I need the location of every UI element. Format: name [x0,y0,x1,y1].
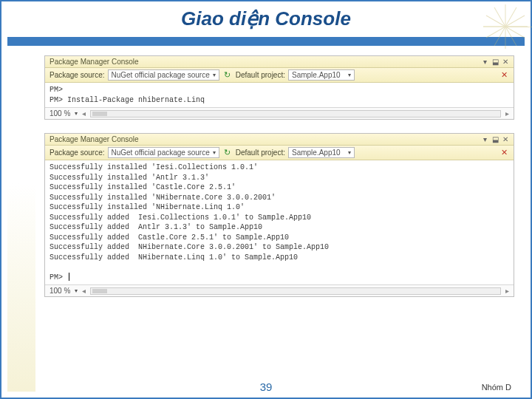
default-project-dropdown[interactable]: Sample.App10▾ [288,69,355,81]
package-source-dropdown[interactable]: NuGet official package source▾ [108,147,219,158]
zoom-level: 100 % [50,287,70,295]
default-project-dropdown[interactable]: Sample.App10▾ [288,147,355,158]
package-source-dropdown[interactable]: NuGet official package source▾ [108,69,219,81]
chevron-down-icon: ▾ [213,149,216,156]
dropdown-icon[interactable]: ▾ [481,135,488,143]
pin-icon[interactable]: ⬓ [491,135,499,143]
panel-title: Package Manager Console [50,135,139,143]
chevron-down-icon: ▾ [348,149,351,156]
refresh-icon[interactable]: ↻ [222,148,233,158]
refresh-icon[interactable]: ↻ [222,70,233,81]
chevron-down-icon: ▾ [213,72,216,78]
zoom-caret-icon[interactable]: ▾ [75,110,78,117]
zoom-level: 100 % [50,109,70,117]
panel-footer: 100 % ▾ ◂ ▸ [45,107,514,119]
source-label: Package source: [50,149,105,157]
panel-titlebar: Package Manager Console ▾ ⬓ ✕ [45,134,514,146]
page-number: 39 [260,381,273,393]
horizontal-scrollbar[interactable] [90,287,501,295]
horizontal-scrollbar[interactable] [90,110,501,117]
footer-group: Nhóm D [482,383,511,392]
panel-footer: 100 % ▾ ◂ ▸ [45,284,514,296]
project-label: Default project: [236,71,285,79]
dropdown-icon[interactable]: ▾ [481,58,488,66]
panel-toolbar: Package source: NuGet official package s… [45,68,514,83]
panel-titlebar: Package Manager Console ▾ ⬓ ✕ [45,56,514,68]
console-panel-1: Package Manager Console ▾ ⬓ ✕ Package so… [44,55,514,120]
console-output[interactable]: PM> PM> Install-Package nhibernate.Linq [45,83,514,107]
clear-icon[interactable]: ✕ [499,70,509,81]
close-icon[interactable]: ✕ [502,135,509,143]
console-output[interactable]: Successfully installed 'Iesi.Collections… [45,160,514,284]
pin-icon[interactable]: ⬓ [491,58,499,66]
close-icon[interactable]: ✕ [502,58,509,66]
project-label: Default project: [236,149,285,157]
panel-toolbar: Package source: NuGet official package s… [45,146,514,160]
panel-title: Package Manager Console [50,58,139,66]
console-panel-2: Package Manager Console ▾ ⬓ ✕ Package so… [44,133,514,297]
clear-icon[interactable]: ✕ [499,148,509,158]
zoom-caret-icon[interactable]: ▾ [75,287,78,294]
slide-title: Giao diện Console [0,7,532,30]
text-cursor [69,273,69,281]
source-label: Package source: [50,71,105,79]
chevron-down-icon: ▾ [348,72,351,78]
